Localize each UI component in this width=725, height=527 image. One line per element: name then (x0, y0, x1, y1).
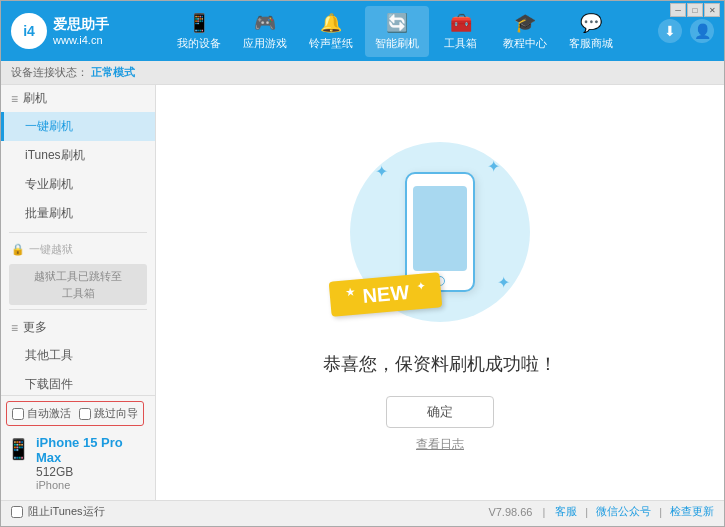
auto-activate-checkbox-item[interactable]: 自动激活 (12, 406, 71, 421)
more-group-icon: ≡ (11, 321, 18, 335)
guide-checkbox[interactable] (79, 408, 91, 420)
guide-checkbox-item[interactable]: 跳过向导 (79, 406, 138, 421)
header-right: ⬇ 👤 (658, 19, 714, 43)
device-name: iPhone 15 Pro Max (36, 435, 150, 465)
flash-icon: 🔄 (386, 12, 408, 34)
app-icon: 🎮 (254, 12, 276, 34)
logo-text: 爱思助手 www.i4.cn (53, 15, 109, 47)
phone-illustration: ✦ ✦ ✦ NEW (340, 132, 540, 332)
sidebar: ≡ 刷机 一键刷机 iTunes刷机 专业刷机 批量刷机 � (1, 85, 156, 500)
header: i4 爱思助手 www.i4.cn 📱 我的设备 🎮 应用游戏 🔔 铃声壁纸 🔄 (1, 1, 724, 61)
confirm-button[interactable]: 确定 (386, 396, 494, 428)
device-type: iPhone (36, 479, 150, 491)
download-button[interactable]: ⬇ (658, 19, 682, 43)
maximize-button[interactable]: □ (687, 3, 703, 17)
wechat-link[interactable]: 微信公众号 (596, 504, 651, 519)
sidebar-device-area: 自动激活 跳过向导 📱 iPhone 15 Pro Max 512GB iPho… (1, 395, 155, 500)
sidebar-group-flash: ≡ 刷机 (1, 85, 155, 112)
window-controls: ─ □ ✕ (666, 1, 724, 19)
sidebar-item-pro-flash[interactable]: 专业刷机 (1, 170, 155, 199)
nav-app-games[interactable]: 🎮 应用游戏 (233, 6, 297, 57)
itunes-checkbox[interactable] (11, 506, 23, 518)
service-icon: 💬 (580, 12, 602, 34)
device-info: 📱 iPhone 15 Pro Max 512GB iPhone (6, 431, 150, 495)
user-button[interactable]: 👤 (690, 19, 714, 43)
sidebar-group-jailbreak: 🔒 一键越狱 (1, 237, 155, 262)
sidebar-divider-2 (9, 309, 147, 310)
nav-ringtone[interactable]: 🔔 铃声壁纸 (299, 6, 363, 57)
nav-my-device[interactable]: 📱 我的设备 (167, 6, 231, 57)
update-link[interactable]: 检查更新 (670, 504, 714, 519)
device-icon: 📱 (188, 12, 210, 34)
auto-activate-checkbox[interactable] (12, 408, 24, 420)
close-button[interactable]: ✕ (704, 3, 720, 17)
sidebar-divider-1 (9, 232, 147, 233)
itunes-label: 阻止iTunes运行 (28, 504, 105, 519)
nav-smart-flash[interactable]: 🔄 智能刷机 (365, 6, 429, 57)
itunes-bar: 阻止iTunes运行 V7.98.66 | 客服 | 微信公众号 | 检查更新 (1, 500, 724, 522)
minimize-button[interactable]: ─ (670, 3, 686, 17)
sparkle-icon-1: ✦ (375, 162, 388, 181)
sparkle-icon-2: ✦ (487, 157, 500, 176)
sidebar-item-itunes-flash[interactable]: iTunes刷机 (1, 141, 155, 170)
nav-tutorial[interactable]: 🎓 教程中心 (493, 6, 557, 57)
main-body: ≡ 刷机 一键刷机 iTunes刷机 专业刷机 批量刷机 � (1, 85, 724, 500)
toolbox-icon: 🧰 (450, 12, 472, 34)
sidebar-item-batch-flash[interactable]: 批量刷机 (1, 199, 155, 228)
device-storage: 512GB (36, 465, 150, 479)
breadcrumb: 设备连接状态： 正常模式 (1, 61, 724, 85)
nav-toolbox[interactable]: 🧰 工具箱 (431, 6, 491, 57)
version-label: V7.98.66 (488, 506, 532, 518)
tutorial-icon: 🎓 (514, 12, 536, 34)
sidebar-item-one-click-flash[interactable]: 一键刷机 (1, 112, 155, 141)
log-link[interactable]: 查看日志 (416, 436, 464, 453)
sidebar-menu: ≡ 刷机 一键刷机 iTunes刷机 专业刷机 批量刷机 � (1, 85, 155, 395)
logo-icon: i4 (11, 13, 47, 49)
nav-service[interactable]: 💬 客服商城 (559, 6, 623, 57)
sparkle-icon-3: ✦ (497, 273, 510, 292)
logo-area: i4 爱思助手 www.i4.cn (11, 13, 131, 49)
ringtone-icon: 🔔 (320, 12, 342, 34)
sidebar-item-other-tools[interactable]: 其他工具 (1, 341, 155, 370)
content-area: ✦ ✦ ✦ NEW 恭喜您，保资料刷机成功啦！ 确定 查看日志 (156, 85, 724, 500)
jailbreak-disabled-notice: 越狱工具已跳转至 工具箱 (9, 264, 147, 305)
lock-icon: 🔒 (11, 243, 25, 256)
device-details: iPhone 15 Pro Max 512GB iPhone (36, 435, 150, 491)
phone-screen (413, 186, 467, 271)
nav-bar: 📱 我的设备 🎮 应用游戏 🔔 铃声壁纸 🔄 智能刷机 🧰 工具箱 🎓 (131, 6, 658, 57)
sidebar-group-more: ≡ 更多 (1, 314, 155, 341)
success-message: 恭喜您，保资料刷机成功啦！ (323, 352, 557, 376)
flash-group-icon: ≡ (11, 92, 18, 106)
support-link[interactable]: 客服 (555, 504, 577, 519)
iphone-icon: 📱 (6, 437, 31, 461)
sidebar-item-download-firmware[interactable]: 下载固件 (1, 370, 155, 395)
